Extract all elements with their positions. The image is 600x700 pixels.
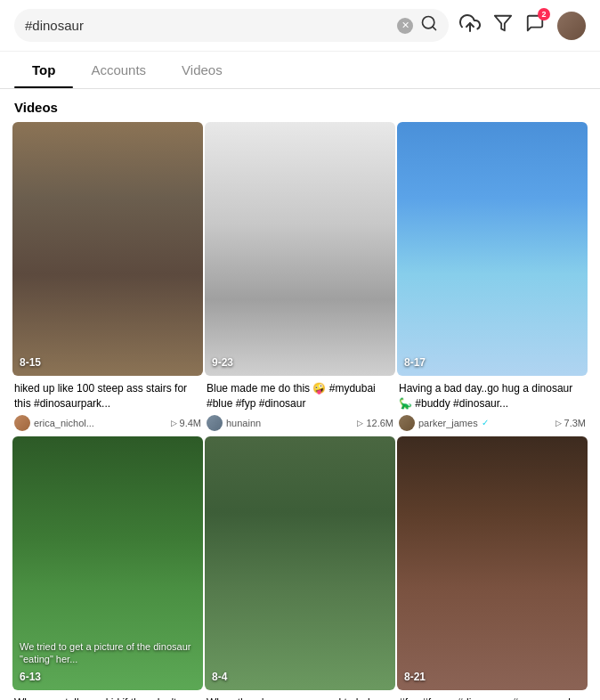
view-count: ▷ 7.3M [555, 418, 586, 428]
video-description: hiked up like 100 steep ass stairs for t… [14, 381, 201, 411]
author-avatar [399, 415, 415, 431]
video-grid: 8-15 hiked up like 100 steep ass stairs … [0, 122, 600, 700]
play-icon: ▷ [171, 419, 177, 427]
video-description: Blue made me do this 🤪 #mydubai #blue #f… [207, 381, 393, 411]
video-meta: hiked up like 100 steep ass stairs for t… [12, 376, 203, 435]
video-label: 8-21 [404, 671, 426, 683]
video-author-row: parker_james ✓ ▷ 7.3M [399, 415, 586, 431]
view-count: ▷ 12.6M [357, 418, 393, 428]
author-name: hunainn [226, 418, 261, 428]
author-info: erica_nichol... [14, 415, 94, 431]
author-info: parker_james ✓ [399, 415, 489, 431]
video-overlay-text: We tried to get a picture of the dinosau… [20, 640, 196, 666]
author-info: hunainn [207, 415, 261, 431]
video-label: 6-13 [20, 671, 41, 683]
tab-videos[interactable]: Videos [164, 52, 240, 88]
author-name: erica_nichol... [34, 418, 94, 428]
views-number: 7.3M [564, 418, 586, 428]
video-thumbnail[interactable]: 8-15 [12, 122, 203, 376]
video-meta: When there's no one around to help with … [205, 690, 395, 700]
tab-accounts[interactable]: Accounts [73, 52, 164, 88]
video-item-v3[interactable]: 8-17 Having a bad day..go hug a dinosaur… [397, 122, 588, 435]
video-label: 9-23 [212, 356, 233, 369]
video-label: 8-15 [20, 356, 41, 369]
video-description: When you tell your kid if they don't beh… [14, 696, 201, 700]
upload-icon[interactable] [459, 12, 481, 39]
header-icons: 2 [459, 12, 586, 40]
view-count: ▷ 9.4M [171, 418, 201, 428]
play-icon: ▷ [357, 419, 363, 427]
author-avatar [207, 415, 223, 431]
video-item-v5[interactable]: 8-4 When there's no one around to help w… [205, 436, 395, 700]
video-description: Having a bad day..go hug a dinosaur 🦕 #b… [399, 381, 586, 411]
author-name: parker_james [418, 418, 478, 428]
video-item-v4[interactable]: We tried to get a picture of the dinosau… [12, 436, 203, 700]
views-number: 12.6M [366, 418, 393, 428]
video-item-v2[interactable]: 9-23 Blue made me do this 🤪 #mydubai #bl… [205, 122, 395, 435]
filter-icon[interactable] [493, 13, 513, 38]
views-number: 9.4M [180, 418, 201, 428]
notification-icon[interactable]: 2 [525, 13, 545, 38]
search-input[interactable] [25, 18, 390, 33]
video-meta: When you tell your kid if they don't beh… [12, 690, 203, 700]
notification-badge: 2 [538, 8, 550, 20]
video-meta: #fyp #funny #dinosaurs #snapsquad #juras… [397, 690, 588, 700]
video-thumbnail[interactable]: We tried to get a picture of the dinosau… [12, 436, 203, 690]
search-icon[interactable] [420, 14, 438, 37]
svg-line-1 [433, 27, 436, 30]
video-author-row: erica_nichol... ▷ 9.4M [14, 415, 201, 431]
video-meta: Blue made me do this 🤪 #mydubai #blue #f… [205, 376, 395, 435]
video-thumbnail[interactable]: 9-23 [205, 122, 395, 376]
video-item-v1[interactable]: 8-15 hiked up like 100 steep ass stairs … [12, 122, 203, 435]
video-label: 8-4 [212, 671, 227, 683]
video-thumbnail[interactable]: 8-21 [397, 436, 588, 690]
video-author-row: hunainn ▷ 12.6M [207, 415, 393, 431]
video-thumbnail[interactable]: 8-4 [205, 436, 395, 690]
search-bar[interactable]: ✕ [14, 9, 449, 42]
video-description: #fyp #funny #dinosaurs #snapsquad #juras… [399, 696, 586, 700]
author-avatar [14, 415, 30, 431]
svg-marker-3 [495, 15, 511, 30]
video-description: When there's no one around to help with … [207, 696, 393, 700]
section-header: Videos [0, 89, 600, 122]
header: ✕ 2 [0, 0, 600, 52]
play-icon: ▷ [555, 419, 562, 427]
video-thumbnail[interactable]: 8-17 [397, 122, 588, 376]
avatar[interactable] [557, 12, 586, 40]
clear-button[interactable]: ✕ [397, 18, 413, 34]
video-label: 8-17 [404, 356, 426, 369]
tab-bar: Top Accounts Videos [0, 52, 600, 89]
video-meta: Having a bad day..go hug a dinosaur 🦕 #b… [397, 376, 588, 435]
verified-badge: ✓ [482, 418, 489, 427]
video-item-v6[interactable]: 8-21 #fyp #funny #dinosaurs #snapsquad #… [397, 436, 588, 700]
tab-top[interactable]: Top [14, 52, 73, 88]
